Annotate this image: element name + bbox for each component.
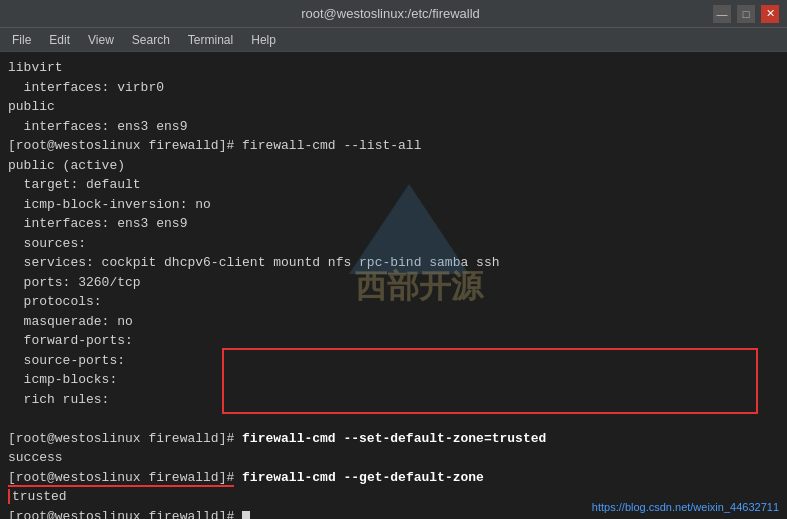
menu-bar: File Edit View Search Terminal Help	[0, 28, 787, 52]
menu-file[interactable]: File	[4, 31, 39, 49]
menu-search[interactable]: Search	[124, 31, 178, 49]
footer-link: https://blog.csdn.net/weixin_44632711	[592, 499, 779, 516]
menu-terminal[interactable]: Terminal	[180, 31, 241, 49]
minimize-button[interactable]: —	[713, 5, 731, 23]
terminal-area[interactable]: libvirt interfaces: virbr0 public interf…	[0, 52, 787, 519]
menu-view[interactable]: View	[80, 31, 122, 49]
close-button[interactable]: ✕	[761, 5, 779, 23]
menu-edit[interactable]: Edit	[41, 31, 78, 49]
maximize-button[interactable]: □	[737, 5, 755, 23]
window-title: root@westoslinux:/etc/firewalld	[68, 6, 713, 21]
menu-help[interactable]: Help	[243, 31, 284, 49]
title-bar: root@westoslinux:/etc/firewalld — □ ✕	[0, 0, 787, 28]
window-controls: — □ ✕	[713, 5, 779, 23]
terminal-output: libvirt interfaces: virbr0 public interf…	[8, 58, 779, 519]
